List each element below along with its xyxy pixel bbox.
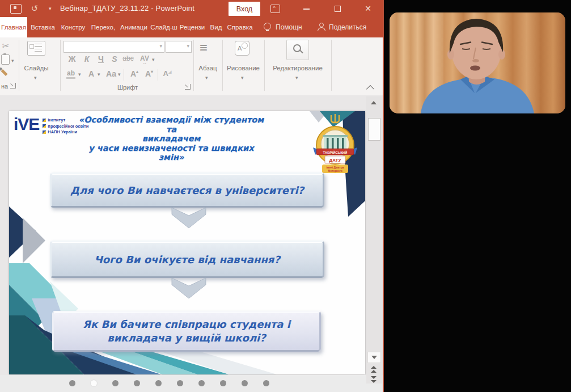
- mini-separator: [158, 69, 158, 81]
- video-panel: [384, 0, 571, 392]
- font-name-combobox[interactable]: [64, 41, 164, 53]
- slide-title-line: «Особливості взаємодії між студентом та: [76, 115, 267, 134]
- tell-me-label[interactable]: Помощн: [276, 23, 302, 31]
- slide[interactable]: iVE Інститут професійної освіти НАПН Укр…: [9, 111, 365, 374]
- slides-dropdown-icon[interactable]: ▾: [34, 75, 37, 81]
- slide-dot-1[interactable]: [69, 380, 75, 386]
- lightbulb-icon[interactable]: [264, 23, 271, 30]
- format-painter-icon[interactable]: [1, 69, 7, 76]
- minimize-button[interactable]: [297, 0, 316, 17]
- grow-font-button[interactable]: А: [128, 69, 141, 81]
- tab-transitions[interactable]: Перехо,: [88, 17, 119, 37]
- question-box-1[interactable]: Для чого Ви навчаєтеся в університеті?: [50, 172, 324, 208]
- tab-insert[interactable]: Вставка: [27, 17, 58, 37]
- slide-dot-2[interactable]: [91, 380, 97, 386]
- close-button[interactable]: ✕: [358, 0, 378, 17]
- ribbon-display-options-icon[interactable]: [270, 5, 280, 13]
- slide-dot-4[interactable]: [134, 380, 140, 386]
- share-person-icon[interactable]: [318, 23, 325, 30]
- text-shadow-button[interactable]: S: [109, 54, 120, 66]
- clear-formatting-button[interactable]: А: [161, 69, 174, 81]
- collapse-ribbon-icon[interactable]: [366, 85, 374, 93]
- share-label[interactable]: Поделиться: [329, 23, 366, 31]
- slides-group-label[interactable]: Слайды: [22, 65, 51, 71]
- new-slide-icon[interactable]: [27, 41, 45, 56]
- logo-bullet-icon: [43, 124, 46, 128]
- underline-button[interactable]: Ч: [95, 54, 107, 66]
- paragraph-icon[interactable]: ≡: [200, 40, 208, 56]
- shrink-font-button[interactable]: А: [143, 69, 155, 81]
- group-separator: [60, 40, 61, 91]
- highlight-button[interactable]: ab: [65, 69, 77, 81]
- svg-text:імені Дмитра: імені Дмитра: [327, 166, 344, 169]
- previous-slide-button[interactable]: [371, 365, 377, 373]
- tab-help[interactable]: Справка: [226, 17, 253, 37]
- change-case-button[interactable]: Аа: [104, 69, 118, 81]
- cut-icon[interactable]: ✂: [2, 41, 10, 51]
- scroll-down-button[interactable]: [367, 352, 381, 363]
- webcam-frame-graphics: [390, 12, 565, 113]
- tab-view[interactable]: Вид: [206, 17, 226, 37]
- slide-title: «Особливості взаємодії між студентом та …: [76, 115, 267, 162]
- editing-group-label[interactable]: Редактирование: [264, 65, 331, 71]
- tab-slideshow[interactable]: Слайд-ш: [149, 17, 179, 37]
- italic-button[interactable]: К: [81, 54, 93, 66]
- font-color-button[interactable]: А: [86, 69, 96, 81]
- slide-dot-7[interactable]: [198, 380, 205, 386]
- clipboard-dialog-launcher-icon[interactable]: [10, 83, 16, 88]
- undo-icon[interactable]: ↺: [29, 4, 40, 12]
- bold-button[interactable]: Ж: [66, 54, 78, 66]
- slide-dot-6[interactable]: [177, 380, 183, 386]
- editing-button[interactable]: [286, 40, 309, 60]
- logo-bullet-icon: [43, 130, 46, 134]
- change-case-dropdown-icon[interactable]: ▾: [118, 71, 121, 77]
- question-box-2[interactable]: Чого Ви очікуєте від навчання?: [50, 241, 324, 278]
- sign-in-button[interactable]: Вход: [229, 2, 260, 16]
- magnifier-icon: [293, 44, 301, 52]
- character-spacing-button[interactable]: AV: [138, 54, 151, 66]
- slide-title-line: у часи невизначеності та швидких змін»: [76, 144, 267, 162]
- title-bar: ↺ Вебінар_ТДАТУ_23.11.22 - PowerPoint Вх…: [0, 0, 383, 17]
- question-box-3[interactable]: Як Ви бачите співпрацю студента і виклад…: [52, 311, 321, 352]
- drawing-icon[interactable]: [235, 41, 249, 56]
- slide-dot-5[interactable]: [155, 380, 162, 386]
- vertical-scrollbar[interactable]: [366, 96, 382, 383]
- spacing-dropdown-icon[interactable]: ▾: [152, 57, 155, 62]
- slide-dot-3[interactable]: [112, 380, 119, 386]
- tab-home[interactable]: Главная: [0, 17, 27, 37]
- down-arrow-icon: [171, 208, 207, 229]
- paragraph-dropdown-icon[interactable]: ▾: [205, 75, 208, 81]
- tab-animations[interactable]: Анимаци: [119, 17, 149, 37]
- clipboard-group-label: на: [0, 83, 9, 90]
- slide-dot-9[interactable]: [242, 380, 248, 386]
- next-slide-button[interactable]: [371, 376, 377, 383]
- ribbon-tabs: Главная Вставка Констру Перехо, Анимаци …: [0, 17, 383, 37]
- drawing-dropdown-icon[interactable]: ▾: [241, 75, 244, 81]
- paragraph-group-label[interactable]: Абзац: [193, 65, 222, 71]
- university-emblem: ТАВРІЙСЬКИЙ ДАТУ імені Дмитра Моторного: [313, 112, 357, 176]
- tab-design[interactable]: Констру: [58, 17, 88, 37]
- scrollbar-thumb[interactable]: [368, 118, 380, 141]
- editing-dropdown-icon[interactable]: ▾: [295, 75, 298, 81]
- webcam-video[interactable]: [390, 12, 565, 113]
- svg-text:ДАТУ: ДАТУ: [329, 158, 342, 163]
- highlight-dropdown-icon[interactable]: ▾: [78, 71, 81, 77]
- maximize-button[interactable]: [328, 0, 347, 17]
- slide-dot-8[interactable]: [220, 380, 226, 386]
- start-slideshow-icon[interactable]: [10, 4, 22, 14]
- font-dialog-launcher-icon[interactable]: [185, 84, 191, 90]
- slide-pagination-bar: [0, 375, 383, 392]
- slide-dot-10[interactable]: [263, 380, 269, 386]
- font-size-combobox[interactable]: [166, 41, 192, 53]
- question-text-2: Чого Ви очікуєте від навчання?: [94, 254, 280, 265]
- qat-dropdown-icon[interactable]: [49, 2, 59, 11]
- drawing-group-label[interactable]: Рисование: [222, 65, 264, 71]
- font-group-label: Шрифт: [111, 84, 145, 91]
- paste-icon[interactable]: [1, 54, 10, 65]
- tab-review[interactable]: Рецензи: [179, 17, 206, 37]
- group-separator: [19, 40, 19, 91]
- paste-dropdown-icon[interactable]: ▾: [11, 58, 14, 64]
- font-color-dropdown-icon[interactable]: ▾: [98, 71, 100, 77]
- strikethrough-button[interactable]: abc: [120, 54, 136, 66]
- scroll-up-icon[interactable]: [371, 101, 377, 104]
